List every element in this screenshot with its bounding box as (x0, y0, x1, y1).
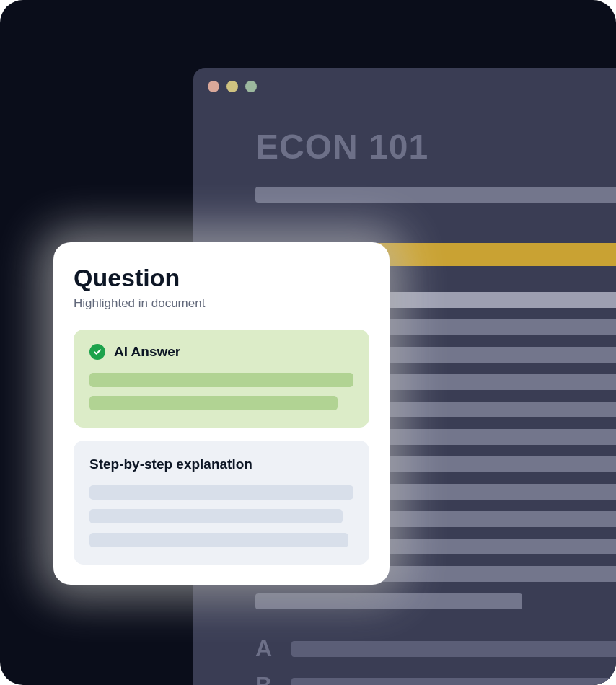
option-text (291, 641, 616, 657)
answer-text-line (89, 396, 338, 410)
answer-option[interactable]: B (255, 672, 616, 685)
explanation-text-line (89, 509, 343, 523)
option-letter: B (255, 672, 277, 685)
text-line (255, 593, 522, 609)
option-letter: A (255, 635, 277, 662)
maximize-icon[interactable] (245, 81, 257, 92)
close-icon[interactable] (208, 81, 219, 92)
text-line (255, 187, 616, 203)
minimize-icon[interactable] (226, 81, 238, 92)
answer-header: AI Answer (89, 344, 353, 360)
document-title: ECON 101 (255, 127, 616, 167)
popup-subtitle: Highlighted in document (74, 296, 369, 311)
explanation-text-line (89, 533, 348, 547)
answer-option[interactable]: A (255, 635, 616, 662)
ai-answer-popup: Question Highlighted in document AI Answ… (53, 242, 390, 585)
answer-text-line (89, 373, 353, 387)
popup-title: Question (74, 264, 369, 292)
answer-label: AI Answer (114, 344, 180, 360)
check-circle-icon (89, 344, 105, 360)
explanation-label: Step-by-step explanation (89, 456, 353, 472)
option-text (291, 678, 616, 686)
window-controls (193, 68, 616, 105)
explanation-text-line (89, 485, 353, 500)
ai-answer-box: AI Answer (74, 330, 369, 428)
explanation-box: Step-by-step explanation (74, 441, 369, 565)
app-canvas: ECON 101 A (0, 0, 616, 685)
